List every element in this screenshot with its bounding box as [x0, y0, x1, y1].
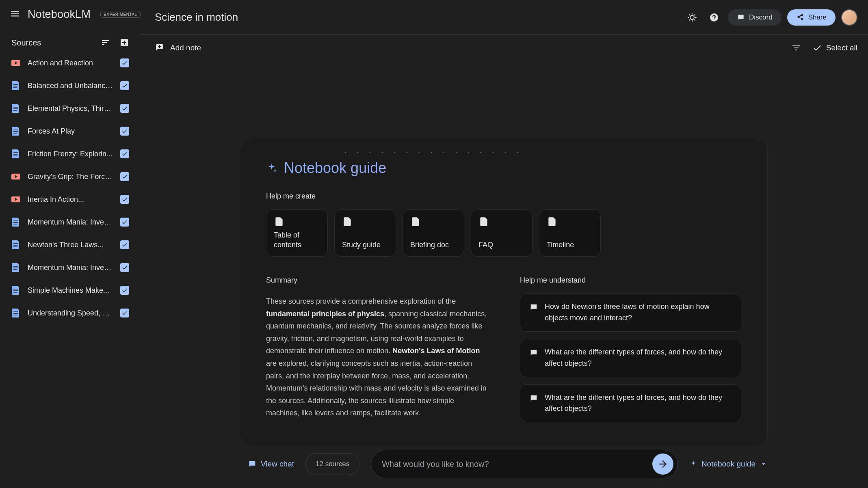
source-item[interactable]: Friction Frenzy: Explorin... — [0, 143, 139, 165]
create-card-label: Table of contents — [274, 231, 320, 250]
source-label: Simple Machines Make... — [28, 286, 113, 295]
chevron-down-icon — [760, 460, 768, 468]
create-card[interactable]: Study guide — [334, 209, 396, 257]
video-icon — [11, 60, 20, 66]
article-icon — [11, 286, 20, 295]
source-item[interactable]: Newton's Three Laws... — [0, 233, 139, 256]
app-logo: NotebookLM — [28, 8, 91, 21]
source-checkbox[interactable] — [120, 104, 129, 113]
question-text: What are the different types of forces, … — [545, 347, 732, 369]
discord-button[interactable]: Discord — [728, 9, 781, 26]
send-button[interactable] — [652, 453, 673, 475]
suggested-question[interactable]: How do Newton's three laws of motion exp… — [520, 294, 741, 332]
source-item[interactable]: Gravity's Grip: The Force... — [0, 165, 139, 188]
notebook-guide-panel: Notebook guide Help me create Table of c… — [240, 139, 768, 446]
page-title[interactable]: Science in motion — [155, 11, 238, 24]
article-icon — [11, 149, 20, 158]
avatar[interactable] — [841, 9, 857, 26]
source-checkbox[interactable] — [120, 81, 129, 90]
question-text: What are the different types of forces, … — [545, 392, 732, 415]
source-checkbox[interactable] — [120, 149, 129, 158]
source-label: Inertia In Action... — [28, 195, 113, 204]
source-label: Momentum Mania: Investi... — [28, 218, 113, 227]
article-icon — [11, 240, 20, 249]
source-label: Forces At Play — [28, 127, 113, 136]
source-item[interactable]: Understanding Speed, Ve... — [0, 302, 139, 324]
chat-icon — [529, 394, 538, 403]
source-checkbox[interactable] — [120, 127, 129, 136]
select-all-button[interactable]: Select all — [812, 43, 857, 53]
help-icon[interactable] — [706, 9, 722, 26]
article-icon — [11, 309, 20, 317]
source-item[interactable]: Action and Reaction — [0, 52, 139, 74]
view-chat-label: View chat — [261, 460, 294, 469]
sources-heading: Sources — [11, 38, 41, 48]
source-count-chip[interactable]: 12 sources — [305, 453, 359, 475]
source-label: Understanding Speed, Ve... — [28, 309, 113, 317]
article-icon — [11, 81, 20, 90]
suggested-question[interactable]: What are the different types of forces, … — [520, 384, 741, 423]
video-icon — [11, 173, 20, 180]
create-card[interactable]: FAQ — [471, 209, 532, 257]
guide-title: Notebook guide — [284, 160, 386, 177]
help-understand-heading: Help me understand — [520, 276, 741, 285]
create-card-label: FAQ — [478, 240, 525, 250]
source-checkbox[interactable] — [120, 309, 129, 317]
share-label: Share — [808, 13, 827, 22]
summary-heading: Summary — [266, 276, 487, 285]
suggested-questions: How do Newton's three laws of motion exp… — [520, 294, 741, 422]
add-note-label: Add note — [170, 43, 201, 52]
source-label: Action and Reaction — [28, 59, 113, 67]
main: Science in motion Discord Share — [139, 0, 868, 488]
sort-icon[interactable] — [101, 38, 110, 48]
create-card[interactable]: Timeline — [539, 209, 601, 257]
bottom-dock: View chat 12 sources Notebook guide — [139, 450, 868, 478]
chat-icon — [529, 303, 538, 312]
notebook-guide-button[interactable]: Notebook guide — [689, 460, 768, 469]
add-note-button[interactable]: Add note — [155, 43, 201, 53]
source-item[interactable]: Momentum Mania: Investi... — [0, 256, 139, 279]
suggested-question[interactable]: What are the different types of forces, … — [520, 339, 741, 377]
resize-handle[interactable]: • • • • • • • • • • • • • • • — [345, 150, 523, 155]
chat-icon — [529, 348, 538, 357]
video-icon — [11, 196, 20, 203]
share-button[interactable]: Share — [787, 9, 836, 26]
source-label: Elemental Physics, Third... — [28, 104, 113, 113]
source-item[interactable]: Simple Machines Make... — [0, 279, 139, 302]
source-item[interactable]: Balanced and Unbalance... — [0, 74, 139, 97]
menu-icon[interactable] — [10, 9, 20, 21]
discord-label: Discord — [749, 13, 773, 22]
source-checkbox[interactable] — [120, 263, 129, 272]
source-item[interactable]: Elemental Physics, Third... — [0, 97, 139, 120]
view-chat-button[interactable]: View chat — [240, 460, 294, 469]
source-checkbox[interactable] — [120, 218, 129, 227]
source-checkbox[interactable] — [120, 58, 129, 67]
ask-input[interactable] — [382, 460, 652, 469]
create-card-label: Briefing doc — [410, 240, 457, 250]
source-item[interactable]: Momentum Mania: Investi... — [0, 211, 139, 233]
experimental-badge: EXPERIMENTAL — [100, 11, 141, 18]
create-card[interactable]: Briefing doc — [403, 209, 464, 257]
article-icon — [11, 263, 20, 272]
source-item[interactable]: Forces At Play — [0, 120, 139, 143]
theme-icon[interactable] — [684, 9, 700, 26]
filter-icon[interactable] — [791, 43, 801, 53]
source-checkbox[interactable] — [120, 286, 129, 295]
source-label: Balanced and Unbalance... — [28, 82, 113, 90]
create-card[interactable]: Table of contents — [266, 209, 328, 257]
notes-toolbar: Add note Select all — [139, 35, 868, 58]
source-checkbox[interactable] — [120, 240, 129, 249]
summary-body: These sources provide a comprehensive ex… — [266, 295, 487, 419]
source-item[interactable]: Inertia In Action... — [0, 188, 139, 211]
add-source-icon[interactable] — [119, 38, 129, 48]
source-checkbox[interactable] — [120, 195, 129, 204]
select-all-label: Select all — [826, 43, 857, 52]
article-icon — [11, 218, 20, 227]
ask-input-container — [371, 450, 678, 478]
source-checkbox[interactable] — [120, 172, 129, 181]
source-label: Momentum Mania: Investi... — [28, 263, 113, 272]
source-label: Friction Frenzy: Explorin... — [28, 150, 113, 158]
create-card-label: Study guide — [342, 240, 388, 250]
article-icon — [11, 104, 20, 113]
source-label: Gravity's Grip: The Force... — [28, 173, 113, 181]
